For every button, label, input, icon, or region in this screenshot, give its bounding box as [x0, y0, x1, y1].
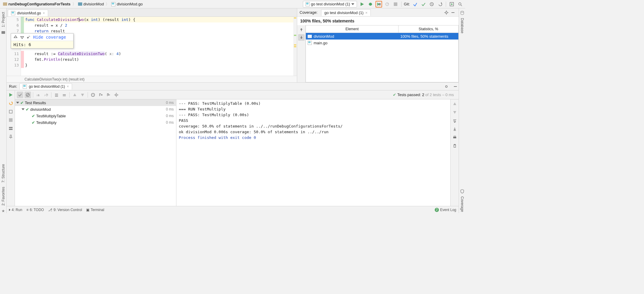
- chevron-down-icon[interactable]: [16, 102, 19, 104]
- test-tree-item[interactable]: ✔ TestMultiplyTable 0 ms: [15, 113, 176, 119]
- run-config-selector[interactable]: go test divisionMod (1): [303, 1, 357, 7]
- search-everywhere-button[interactable]: [457, 1, 463, 7]
- column-stats[interactable]: Statistics, %: [399, 25, 458, 33]
- coverage-row[interactable]: divisionMod 100% files, 50% statements: [306, 33, 458, 40]
- breadcrumbs: runDebugConfigurationsForTests 〉 divisio…: [2, 1, 144, 7]
- event-log-label: Event Log: [440, 208, 456, 212]
- settings-button[interactable]: [443, 83, 450, 90]
- settings-button[interactable]: [443, 9, 450, 16]
- code-editor[interactable]: 5 6 7 11 12 13: [7, 17, 297, 76]
- test-settings-button[interactable]: [113, 92, 120, 98]
- level-up-button[interactable]: [298, 26, 305, 33]
- console-output[interactable]: --- PASS: TestMultiplyTable (0.00s) === …: [176, 99, 450, 206]
- profile-button[interactable]: [384, 1, 390, 7]
- test-tree-item[interactable]: ✔ TestMultiply 0 ms: [15, 119, 176, 126]
- test-history-button[interactable]: [90, 92, 96, 98]
- build-button[interactable]: [448, 1, 455, 7]
- vcs-label: 9: Version Control: [54, 208, 82, 212]
- code-line: result := CalculateDivisionTwo( x: 4): [24, 51, 293, 57]
- hide-coverage-link[interactable]: Hide coverage: [33, 35, 66, 40]
- line-number: 6: [7, 22, 19, 28]
- structure-tool-tab[interactable]: 7: Structure: [1, 163, 5, 184]
- scroll-down-button[interactable]: [451, 109, 458, 116]
- terminal-tool-button[interactable]: ▣Terminal: [86, 208, 104, 212]
- vcs-commit-button[interactable]: [420, 1, 427, 7]
- vcs-tool-button[interactable]: ⎇9: Version Control: [48, 208, 82, 212]
- scroll-up-button[interactable]: [451, 101, 458, 107]
- todo-tool-button[interactable]: ≡6: TODO: [26, 208, 44, 212]
- run-with-coverage-button[interactable]: [376, 1, 382, 7]
- vcs-history-button[interactable]: [428, 1, 435, 7]
- vcs-rollback-button[interactable]: [437, 1, 443, 7]
- layout-button[interactable]: [7, 125, 14, 132]
- editor-scrollbar[interactable]: [293, 17, 297, 76]
- editor-tab[interactable]: divisionMod.go ×: [8, 10, 48, 16]
- collapse-all-button[interactable]: [61, 92, 68, 98]
- arrow-down-icon[interactable]: [20, 35, 24, 39]
- project-tool-tab[interactable]: 1: Project: [1, 11, 5, 28]
- show-ignored-button[interactable]: [25, 92, 31, 98]
- toggle-auto-test-button[interactable]: [7, 108, 14, 115]
- go-file-icon: [308, 41, 312, 45]
- folder-icon: [78, 2, 82, 6]
- expand-all-button[interactable]: [53, 92, 60, 98]
- favorites-tool-tab[interactable]: 2: Favorites: [1, 186, 5, 207]
- scroll-to-end-button[interactable]: [451, 126, 458, 132]
- coverage-row[interactable]: main.go: [306, 40, 458, 46]
- code-line: func CalculateDivisionTwo(x int) (result…: [24, 17, 293, 22]
- show-passed-button[interactable]: [17, 92, 23, 98]
- debug-button[interactable]: [367, 1, 374, 7]
- coverage-tab[interactable]: go test divisionMod (1)×: [321, 9, 371, 16]
- editor-tabs: divisionMod.go ×: [7, 8, 297, 17]
- run-button[interactable]: [359, 1, 365, 7]
- print-button[interactable]: [451, 134, 458, 141]
- sort-duration-button[interactable]: ↓⏱: [43, 92, 49, 98]
- minimize-button[interactable]: [452, 83, 459, 90]
- editor-panel: divisionMod.go × 5 6 7 11 12 13: [7, 8, 297, 82]
- database-tool-tab[interactable]: Database: [460, 17, 464, 34]
- clear-button[interactable]: [451, 143, 458, 149]
- stop-button[interactable]: [7, 117, 14, 123]
- breadcrumb-root[interactable]: runDebugConfigurationsForTests: [2, 1, 72, 7]
- close-icon[interactable]: ×: [67, 84, 69, 89]
- vcs-update-button[interactable]: [412, 1, 418, 7]
- test-tree-package[interactable]: ✔ divisionMod 0 ms: [15, 106, 176, 113]
- next-test-button[interactable]: [79, 92, 86, 98]
- prev-test-button[interactable]: [71, 92, 78, 98]
- import-tests-button[interactable]: [97, 92, 104, 98]
- breadcrumb-file[interactable]: divisionMod.go: [110, 1, 144, 7]
- rerun-button[interactable]: [7, 92, 14, 98]
- test-tree[interactable]: ✔ Test Results 0 ms ✔ divisionMod 0 ms: [15, 99, 176, 206]
- rerun-failed-button[interactable]: [7, 100, 14, 107]
- test-time: 0 ms: [166, 101, 176, 105]
- coverage-popup-toolbar: Hide coverage: [11, 34, 73, 41]
- svg-point-35: [115, 94, 117, 96]
- run-tab[interactable]: go test divisionMod (1)×: [19, 83, 72, 90]
- run-header: Run: go test divisionMod (1)×: [7, 83, 459, 90]
- close-icon[interactable]: ×: [365, 10, 368, 15]
- soft-wrap-button[interactable]: [451, 117, 458, 124]
- breadcrumb-mid[interactable]: divisionMod: [77, 1, 105, 7]
- arrow-up-icon[interactable]: [13, 35, 18, 39]
- chevron-down-icon[interactable]: [22, 108, 25, 110]
- coverage-row-name: divisionMod: [314, 34, 334, 39]
- coverage-row-name: main.go: [314, 41, 327, 45]
- separator: [401, 1, 402, 7]
- sort-alpha-button[interactable]: ↓a: [35, 92, 42, 98]
- test-time: 0 ms: [166, 107, 176, 111]
- export-tests-button[interactable]: [105, 92, 112, 98]
- flatten-button[interactable]: [298, 34, 305, 41]
- pin-button[interactable]: [7, 134, 14, 140]
- close-icon[interactable]: ×: [43, 11, 45, 15]
- wrench-icon[interactable]: [27, 35, 31, 39]
- event-log-button[interactable]: 2Event Log: [435, 208, 456, 212]
- scroll-marker: [294, 17, 296, 19]
- run-tool-button[interactable]: 4: Run: [9, 208, 22, 212]
- column-element[interactable]: Element: [306, 25, 399, 33]
- minimize-button[interactable]: [450, 9, 456, 16]
- stop-button[interactable]: [392, 1, 399, 7]
- coverage-tool-tab[interactable]: Coverage: [460, 195, 464, 213]
- test-tree-root[interactable]: ✔ Test Results 0 ms: [15, 99, 176, 106]
- todo-label: 6: TODO: [30, 208, 44, 212]
- console-line: ok divisionMod 0.006s coverage: 50.0% of…: [179, 129, 448, 135]
